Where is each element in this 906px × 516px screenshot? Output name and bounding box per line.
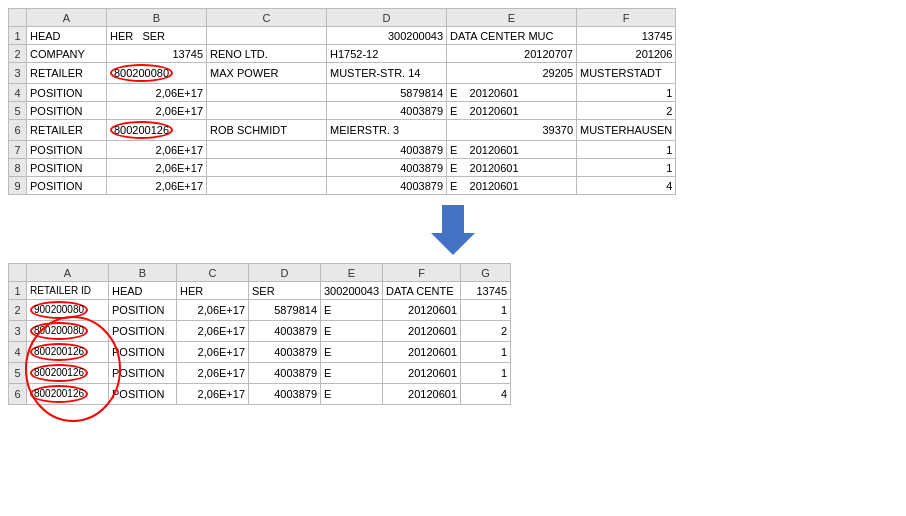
col-header-b: B <box>107 9 207 27</box>
row-num: 3 <box>9 63 27 84</box>
bot-cell-b3: POSITION <box>109 321 177 342</box>
cell-f4: 1 <box>577 84 676 102</box>
cell-a5: POSITION <box>27 102 107 120</box>
bot-cell-c1: HER <box>177 282 249 300</box>
bot-cell-e1: 300200043 <box>321 282 383 300</box>
row-num: 8 <box>9 159 27 177</box>
table-row: 4 POSITION 2,06E+17 5879814 E 20120601 1 <box>9 84 676 102</box>
bot-col-header-c: C <box>177 264 249 282</box>
bottom-table: A B C D E F G 1 RETAILER ID HEAD HER SER <box>8 263 511 405</box>
table-row: 2 COMPANY 13745 RENO LTD. H1752-12 20120… <box>9 45 676 63</box>
bot-col-header-g: G <box>461 264 511 282</box>
bot-cell-g3: 2 <box>461 321 511 342</box>
bot-cell-d3: 4003879 <box>249 321 321 342</box>
cell-b4: 2,06E+17 <box>107 84 207 102</box>
table-row: 1 HEAD HER SER 300200043 DATA CENTER MUC… <box>9 27 676 45</box>
col-header-c: C <box>207 9 327 27</box>
transformation-arrow <box>8 205 898 255</box>
circled-value-b6: 800200126 <box>110 121 173 139</box>
table-row: 6 800200126 POSITION 2,06E+17 4003879 E … <box>9 384 511 405</box>
cell-e6: 39370 <box>447 120 577 141</box>
cell-a9: POSITION <box>27 177 107 195</box>
bot-col-header-e: E <box>321 264 383 282</box>
bot-cell-e4: E <box>321 342 383 363</box>
bot-cell-e6: E <box>321 384 383 405</box>
bot-cell-e2: E <box>321 300 383 321</box>
row-num: 1 <box>9 27 27 45</box>
bot-cell-b1: HEAD <box>109 282 177 300</box>
cell-d9: 4003879 <box>327 177 447 195</box>
bot-cell-a5: 800200126 <box>27 363 109 384</box>
table-row: 3 RETAILER 800200080 MAX POWER MUSTER-ST… <box>9 63 676 84</box>
table-row: 5 POSITION 2,06E+17 4003879 E 20120601 2 <box>9 102 676 120</box>
row-num: 2 <box>9 300 27 321</box>
cell-a8: POSITION <box>27 159 107 177</box>
row-num: 7 <box>9 141 27 159</box>
col-header-a: A <box>27 9 107 27</box>
bot-cell-b4: POSITION <box>109 342 177 363</box>
cell-e9: E 20120601 <box>447 177 577 195</box>
cell-d1: 300200043 <box>327 27 447 45</box>
bottom-spreadsheet: A B C D E F G 1 RETAILER ID HEAD HER SER <box>8 263 898 405</box>
bot-cell-d5: 4003879 <box>249 363 321 384</box>
cell-f6: MUSTERHAUSEN <box>577 120 676 141</box>
row-num: 6 <box>9 120 27 141</box>
cell-c8 <box>207 159 327 177</box>
cell-b7: 2,06E+17 <box>107 141 207 159</box>
bot-cell-c5: 2,06E+17 <box>177 363 249 384</box>
cell-e3: 29205 <box>447 63 577 84</box>
bot-cell-g1: 13745 <box>461 282 511 300</box>
bot-cell-c6: 2,06E+17 <box>177 384 249 405</box>
bot-cell-f4: 20120601 <box>383 342 461 363</box>
cell-c9 <box>207 177 327 195</box>
row-num: 4 <box>9 342 27 363</box>
bot-cell-b5: POSITION <box>109 363 177 384</box>
table-row: 9 POSITION 2,06E+17 4003879 E 20120601 4 <box>9 177 676 195</box>
corner-cell-bot <box>9 264 27 282</box>
cell-f1: 13745 <box>577 27 676 45</box>
cell-d3: MUSTER-STR. 14 <box>327 63 447 84</box>
bot-cell-c3: 2,06E+17 <box>177 321 249 342</box>
cell-d4: 5879814 <box>327 84 447 102</box>
top-table: A B C D E F 1 HEAD HER SER 300200043 DAT… <box>8 8 676 195</box>
bot-cell-d4: 4003879 <box>249 342 321 363</box>
cell-b9: 2,06E+17 <box>107 177 207 195</box>
bot-cell-d6: 4003879 <box>249 384 321 405</box>
table-row: 3 800200080 POSITION 2,06E+17 4003879 E … <box>9 321 511 342</box>
circled-value-a5: 800200126 <box>30 364 88 382</box>
cell-a2: COMPANY <box>27 45 107 63</box>
table-row: 8 POSITION 2,06E+17 4003879 E 20120601 1 <box>9 159 676 177</box>
bot-cell-e5: E <box>321 363 383 384</box>
row-num: 5 <box>9 102 27 120</box>
cell-d2: H1752-12 <box>327 45 447 63</box>
cell-b5: 2,06E+17 <box>107 102 207 120</box>
table-row: 7 POSITION 2,06E+17 4003879 E 20120601 1 <box>9 141 676 159</box>
circled-value-b3: 800200080 <box>110 64 173 82</box>
table-row: 1 RETAILER ID HEAD HER SER 300200043 DAT… <box>9 282 511 300</box>
bot-cell-f6: 20120601 <box>383 384 461 405</box>
cell-b2: 13745 <box>107 45 207 63</box>
row-num: 9 <box>9 177 27 195</box>
bot-cell-a1: RETAILER ID <box>27 282 109 300</box>
cell-e7: E 20120601 <box>447 141 577 159</box>
cell-d6: MEIERSTR. 3 <box>327 120 447 141</box>
cell-c4 <box>207 84 327 102</box>
bot-cell-a6: 800200126 <box>27 384 109 405</box>
cell-d7: 4003879 <box>327 141 447 159</box>
bot-cell-b6: POSITION <box>109 384 177 405</box>
cell-a4: POSITION <box>27 84 107 102</box>
bot-cell-f2: 20120601 <box>383 300 461 321</box>
bot-cell-b2: POSITION <box>109 300 177 321</box>
table-row: 4 800200126 POSITION 2,06E+17 4003879 E … <box>9 342 511 363</box>
cell-f7: 1 <box>577 141 676 159</box>
row-num: 1 <box>9 282 27 300</box>
bot-cell-e3: E <box>321 321 383 342</box>
row-num: 5 <box>9 363 27 384</box>
cell-f5: 2 <box>577 102 676 120</box>
cell-c6: ROB SCHMIDT <box>207 120 327 141</box>
bot-cell-a2: 900200080 <box>27 300 109 321</box>
bot-cell-a4: 800200126 <box>27 342 109 363</box>
cell-c2: RENO LTD. <box>207 45 327 63</box>
row-num: 6 <box>9 384 27 405</box>
circled-value-a4: 800200126 <box>30 343 88 361</box>
